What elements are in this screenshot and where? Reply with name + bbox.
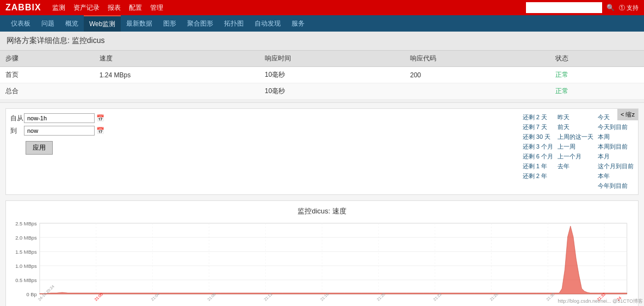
subnav-topology[interactable]: 拓扑图 (219, 15, 249, 32)
svg-text:1.0 MBps: 1.0 MBps (15, 264, 37, 269)
shortcut-thisyear[interactable]: 本年 (598, 172, 634, 180)
shortcut-2days[interactable]: 还剩 2 天 (523, 113, 553, 121)
search-icon[interactable]: 🔍 (606, 4, 615, 11)
cell-resptime-2: 10毫秒 (259, 83, 405, 100)
shortcut-30days[interactable]: 还剩 30 天 (523, 133, 553, 141)
top-bar: ZABBIX 监测 资产记录 报表 配置 管理 🔍 ① 支持 (0, 0, 644, 15)
watermark: http://blog.csdn.net/nei... @51CTO博客 (558, 298, 643, 305)
date-from-input[interactable] (24, 113, 95, 123)
chart-area: 2.5 MBps 2.0 MBps 1.5 MBps 1.0 MBps 0.5 … (11, 221, 633, 306)
col-step: 步骤 (0, 51, 94, 67)
shortcut-col-2: 昨天 前天 上周的这一天 上一周 上一个月 去年 (558, 113, 593, 190)
cell-resptime-1: 10毫秒 (259, 67, 405, 83)
table-row: 首页 1.24 MBps 10毫秒 200 正常 (0, 67, 644, 83)
subnav-services[interactable]: 服务 (286, 15, 310, 32)
support-link[interactable]: ① 支持 (619, 4, 639, 12)
subnav-composite[interactable]: 聚合图形 (182, 15, 219, 32)
chart-container: 监控dicus: 速度 (5, 200, 639, 306)
shortcut-1year[interactable]: 还剩 1 年 (523, 162, 553, 170)
shortcut-col-3: 今天 今天到目前 本周 本周到目前 本月 这个月到目前 本年 今年到目前 (598, 113, 634, 190)
steps-table: 步骤 速度 响应时间 响应代码 状态 首页 1.24 MBps 10毫秒 200… (0, 51, 644, 100)
col-response-time: 响应时间 (259, 51, 405, 67)
content-area: 步骤 速度 响应时间 响应代码 状态 首页 1.24 MBps 10毫秒 200… (0, 51, 644, 100)
subnav-graphs[interactable]: 图形 (158, 15, 182, 32)
calendar-from-icon[interactable]: 📅 (96, 114, 104, 122)
col-status: 状态 (550, 51, 644, 67)
shortcut-lastyear[interactable]: 去年 (558, 162, 593, 170)
col-response-code: 响应代码 (405, 51, 550, 67)
nav-admin[interactable]: 管理 (150, 3, 163, 13)
cell-step-2: 总合 (0, 83, 94, 100)
graph-section: 自从 📅 到 📅 应用 还剩 2 天 还剩 7 天 还剩 30 天 还剩 3 个… (0, 102, 644, 306)
shortcut-thismonth[interactable]: 本月 (598, 152, 634, 161)
cell-respcode-2 (405, 83, 550, 100)
nav-reports[interactable]: 报表 (108, 3, 121, 13)
page-title: 网络方案详细信息: 监控dicus (0, 32, 644, 51)
col-speed: 速度 (94, 51, 259, 67)
collapse-button[interactable]: < 缩z (617, 109, 638, 120)
svg-text:0.5 MBps: 0.5 MBps (15, 278, 37, 283)
shortcut-col-1: 还剩 2 天 还剩 7 天 还剩 30 天 还剩 3 个月 还剩 6 个月 还剩… (523, 113, 553, 190)
shortcut-thisweek[interactable]: 本周 (598, 133, 634, 141)
date-controls-left: 自从 📅 到 📅 应用 (10, 113, 515, 155)
shortcut-thismonth-sofar[interactable]: 这个月到目前 (598, 162, 634, 170)
date-to-input[interactable] (24, 126, 95, 136)
cell-speed-2 (94, 83, 259, 100)
table-row: 总合 10毫秒 正常 (0, 83, 644, 100)
nav-monitor[interactable]: 监测 (52, 3, 65, 13)
calendar-to-icon[interactable]: 📅 (96, 127, 104, 134)
shortcut-thisyear-sofar[interactable]: 今年到目前 (598, 182, 634, 190)
shortcut-today-sofar[interactable]: 今天到目前 (598, 123, 634, 131)
svg-text:1.5 MBps: 1.5 MBps (15, 249, 37, 255)
date-controls: 自从 📅 到 📅 应用 还剩 2 天 还剩 7 天 还剩 30 天 还剩 3 个… (5, 108, 639, 195)
top-nav: 监测 资产记录 报表 配置 管理 (52, 3, 163, 13)
shortcut-6months[interactable]: 还剩 6 个月 (523, 152, 553, 161)
svg-text:2.5 MBps: 2.5 MBps (15, 221, 37, 227)
cell-status-2: 正常 (550, 83, 644, 100)
subnav-problems[interactable]: 问题 (36, 15, 60, 32)
shortcut-thisweek-sofar[interactable]: 本周到目前 (598, 143, 634, 151)
shortcut-yesterday[interactable]: 昨天 (558, 113, 593, 121)
shortcut-lastmonth[interactable]: 上一个月 (558, 152, 593, 161)
from-label: 自从 (10, 114, 24, 123)
nav-config[interactable]: 配置 (129, 3, 142, 13)
date-shortcuts: 还剩 2 天 还剩 7 天 还剩 30 天 还剩 3 个月 还剩 6 个月 还剩… (515, 113, 634, 190)
top-right: 🔍 ① 支持 (526, 2, 639, 13)
cell-respcode-1: 200 (405, 67, 550, 83)
cell-speed-1: 1.24 MBps (94, 67, 259, 83)
shortcut-daybeforeyest[interactable]: 前天 (558, 123, 593, 131)
svg-text:0 Bp: 0 Bp (27, 292, 37, 297)
date-to-row: 到 📅 (10, 126, 515, 136)
shortcut-2years[interactable]: 还剩 2 年 (523, 172, 553, 180)
svg-text:2.0 MBps: 2.0 MBps (15, 235, 37, 241)
nav-assets[interactable]: 资产记录 (73, 3, 100, 13)
svg-rect-0 (40, 223, 627, 294)
shortcut-3months[interactable]: 还剩 3 个月 (523, 143, 553, 151)
zabbix-logo: ZABBIX (5, 3, 41, 13)
subnav-latest[interactable]: 最新数据 (121, 15, 158, 32)
chart-title: 监控dicus: 速度 (11, 206, 633, 216)
cell-status-1: 正常 (550, 67, 644, 83)
search-input[interactable] (526, 2, 602, 13)
chart-svg: 2.5 MBps 2.0 MBps 1.5 MBps 1.0 MBps 0.5 … (11, 221, 633, 306)
shortcut-thisday-lastweek[interactable]: 上周的这一天 (558, 133, 593, 141)
to-label: 到 (10, 126, 24, 136)
apply-button[interactable]: 应用 (26, 141, 53, 155)
sub-nav: 仪表板 问题 概览 Web监测 最新数据 图形 聚合图形 拓扑图 自动发现 服务 (0, 15, 644, 32)
shortcut-7days[interactable]: 还剩 7 天 (523, 123, 553, 131)
date-from-row: 自从 📅 (10, 113, 515, 123)
subnav-autodiscover[interactable]: 自动发现 (249, 15, 286, 32)
subnav-webmon[interactable]: Web监测 (84, 15, 121, 32)
cell-step-1: 首页 (0, 67, 94, 83)
shortcut-lastweek[interactable]: 上一周 (558, 143, 593, 151)
subnav-overview[interactable]: 概览 (60, 15, 84, 32)
subnav-dashboard[interactable]: 仪表板 (5, 15, 36, 32)
